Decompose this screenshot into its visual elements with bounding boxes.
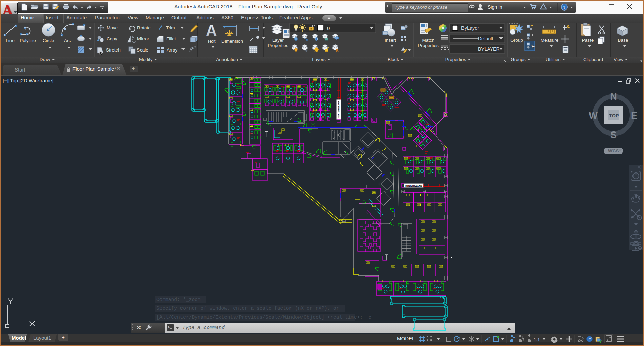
svg-text:PRINTER ISLAND: PRINTER ISLAND [338, 101, 340, 118]
svg-text:PRINTER ISLAND: PRINTER ISLAND [405, 185, 422, 187]
